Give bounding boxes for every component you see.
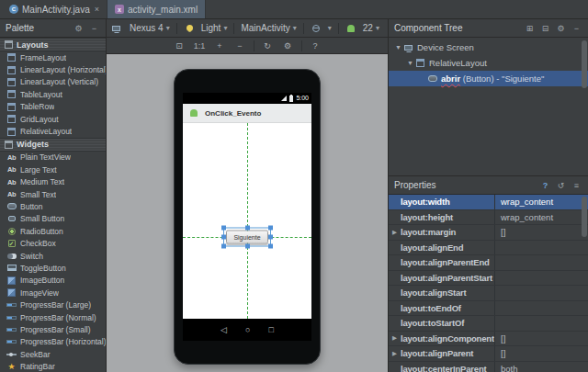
property-row[interactable]: layout:alignParentStart (389, 271, 588, 287)
property-row[interactable]: layout:alignEnd (389, 241, 588, 256)
property-value[interactable] (495, 301, 588, 316)
view-options-icon[interactable]: ≡ (571, 181, 582, 190)
expanded-caret-icon[interactable]: ▼ (406, 60, 414, 66)
render-settings-icon[interactable]: ⚙ (279, 39, 297, 51)
property-row[interactable]: ▶ layout:margin [] (389, 225, 588, 241)
palette-item[interactable]: ProgressBar (Horizontal) (0, 336, 106, 348)
property-row[interactable]: layout:alignStart (389, 286, 588, 301)
property-value[interactable]: wrap_content (495, 210, 588, 225)
layout-content[interactable]: Siguiente (183, 123, 311, 319)
expand-arrow-icon[interactable] (389, 301, 401, 316)
tree-item-abrir-button[interactable]: abrir (Button) - "Siguiente" (389, 71, 588, 86)
resize-handle[interactable] (268, 234, 273, 239)
palette-item[interactable]: Button (0, 200, 106, 212)
palette-item[interactable]: Small Text (0, 188, 106, 200)
settings-icon[interactable]: ⚙ (555, 24, 567, 33)
palette-item[interactable]: RelativeLayout (0, 125, 106, 137)
palette-item[interactable]: Large Text (0, 163, 106, 175)
hide-panel-icon[interactable]: − (571, 24, 582, 33)
resize-handle[interactable] (245, 243, 250, 248)
palette-item[interactable]: ProgressBar (Large) (0, 299, 106, 310)
refresh-icon[interactable]: ↻ (259, 39, 277, 51)
api-level-selector[interactable]: 22 ▾ (341, 21, 384, 35)
property-row[interactable]: layout:height wrap_content (389, 210, 588, 226)
resize-handle[interactable] (268, 243, 273, 248)
palette-item[interactable]: SeekBar (0, 348, 106, 360)
expand-arrow-icon[interactable] (389, 286, 401, 300)
expand-arrow-icon[interactable]: ▶ (389, 225, 401, 240)
expand-arrow-icon[interactable] (389, 241, 401, 255)
resize-handle[interactable] (245, 225, 250, 230)
property-value[interactable] (495, 271, 588, 286)
tab-close-icon[interactable]: × (95, 5, 99, 14)
selection-box[interactable]: Siguiente (224, 228, 270, 245)
property-value[interactable]: [] (495, 346, 588, 361)
reset-property-icon[interactable]: ↺ (555, 181, 567, 190)
property-row[interactable]: layout:centerInParent both (389, 362, 588, 372)
help-icon[interactable]: ? (539, 181, 551, 190)
help-icon[interactable]: ? (307, 39, 324, 51)
property-value[interactable] (495, 286, 588, 300)
palette-item[interactable]: TableLayout (0, 88, 106, 100)
property-value[interactable] (495, 316, 588, 331)
tree-scrollbar[interactable] (582, 40, 587, 88)
palette-item[interactable]: RatingBar (0, 360, 106, 372)
expanded-caret-icon[interactable]: ▼ (394, 44, 402, 51)
palette-item[interactable]: Switch (0, 250, 106, 262)
device-selector[interactable]: Nexus 4 ▾ (125, 21, 175, 35)
palette-item[interactable]: CheckBox (0, 237, 106, 249)
activity-selector[interactable]: MainActivity ▾ (236, 21, 300, 35)
tree-item-device-screen[interactable]: ▼ Device Screen (389, 39, 588, 55)
property-row[interactable]: layout:width wrap_content (389, 195, 588, 210)
device-screen[interactable]: 5:00 OnClick_Evento Siguiente (183, 93, 311, 341)
collapse-icon[interactable]: − (88, 24, 100, 33)
property-value[interactable]: [] (495, 332, 588, 346)
palette-item[interactable]: ToggleButton (0, 262, 106, 274)
theme-selector[interactable]: Light ▾ (179, 21, 232, 35)
expand-arrow-icon[interactable] (389, 316, 401, 331)
palette-item[interactable]: ProgressBar (Normal) (0, 311, 106, 323)
expand-arrow-icon[interactable] (389, 271, 401, 286)
palette-item[interactable]: Medium Text (0, 176, 106, 188)
property-value[interactable]: wrap_content (495, 195, 588, 209)
palette-item[interactable]: ProgressBar (Small) (0, 323, 106, 335)
settings-icon[interactable]: ⚙ (73, 24, 85, 33)
tab-activity-main-xml[interactable]: activity_main.xml (107, 0, 206, 18)
palette-item[interactable]: FrameLayout (0, 51, 106, 63)
zoom-actual-icon[interactable]: 1:1 (191, 39, 209, 51)
palette-item[interactable]: Small Button (0, 213, 106, 225)
expand-arrow-icon[interactable] (389, 255, 401, 270)
property-value[interactable]: [] (495, 225, 588, 240)
property-row[interactable]: layout:toStartOf (389, 316, 588, 332)
resize-handle[interactable] (221, 234, 226, 239)
property-row[interactable]: layout:alignParentEnd (389, 255, 588, 271)
resize-handle[interactable] (268, 225, 273, 230)
tab-mainactivity-java[interactable]: MainActivity.java × (2, 0, 107, 18)
palette-item[interactable]: LinearLayout (Horizontal) (0, 63, 106, 75)
property-value[interactable]: both (495, 362, 588, 372)
property-row[interactable]: ▶ layout:alignParent [] (389, 346, 588, 362)
zoom-out-icon[interactable]: − (232, 39, 249, 51)
expand-arrow-icon[interactable] (389, 195, 401, 209)
tree-item-relativelayout[interactable]: ▼ RelativeLayout (389, 55, 588, 71)
palette-item[interactable]: ImageButton (0, 275, 106, 287)
expand-arrow-icon[interactable] (389, 362, 401, 372)
collapse-all-icon[interactable]: ⊟ (539, 24, 551, 33)
zoom-fit-icon[interactable]: ⊡ (171, 39, 188, 51)
expand-arrow-icon[interactable]: ▶ (389, 346, 401, 361)
palette-item[interactable]: Plain TextView (0, 152, 106, 163)
palette-item[interactable]: ImageView (0, 287, 106, 299)
property-value[interactable] (495, 255, 588, 270)
siguiente-button[interactable]: Siguiente (226, 230, 268, 243)
palette-section-layouts[interactable]: Layouts (0, 38, 106, 51)
property-value[interactable] (495, 241, 588, 255)
resize-handle[interactable] (221, 225, 226, 230)
property-row[interactable]: ▶ layout:alignComponent [] (389, 332, 588, 347)
palette-item[interactable]: RadioButton (0, 225, 106, 237)
properties-scrollbar[interactable] (582, 197, 587, 237)
property-row[interactable]: layout:toEndOf (389, 301, 588, 317)
expand-all-icon[interactable]: ⊞ (524, 24, 536, 33)
palette-section-widgets[interactable]: Widgets (0, 138, 106, 152)
palette-item[interactable]: LinearLayout (Vertical) (0, 76, 106, 88)
resize-handle[interactable] (221, 243, 226, 248)
